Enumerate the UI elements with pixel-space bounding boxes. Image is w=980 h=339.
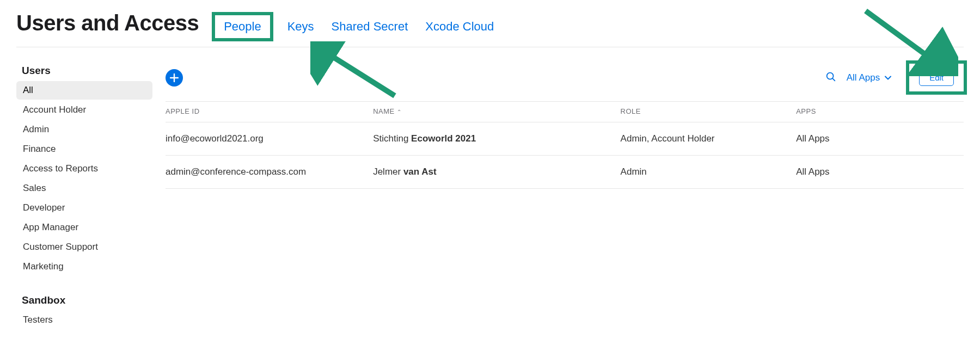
cell-apps: All Apps (796, 156, 964, 189)
sidebar-item-developer[interactable]: Developer (16, 199, 152, 217)
cell-role: Admin, Account Holder (621, 122, 797, 156)
sidebar-heading-users: Users (16, 65, 152, 77)
tab-people[interactable]: People (223, 17, 262, 36)
tab-xcode-cloud[interactable]: Xcode Cloud (424, 17, 495, 36)
add-user-button[interactable] (166, 69, 183, 87)
sidebar-item-app-manager[interactable]: App Manager (16, 218, 152, 237)
table-row[interactable]: admin@conference-compass.com Jelmer van … (166, 156, 964, 189)
plus-icon (170, 73, 179, 82)
sidebar-item-sales[interactable]: Sales (16, 179, 152, 198)
sort-ascending-icon: ⌃ (397, 109, 402, 115)
sidebar-item-finance[interactable]: Finance (16, 140, 152, 158)
sidebar-heading-sandbox: Sandbox (16, 294, 152, 306)
col-header-name-label: NAME (373, 107, 395, 115)
tab-keys[interactable]: Keys (286, 17, 315, 36)
annotation-highlight-edit: Edit (906, 60, 967, 95)
col-header-name[interactable]: NAME⌃ (373, 102, 620, 122)
cell-role: Admin (621, 156, 797, 189)
tab-shared-secret[interactable]: Shared Secret (330, 17, 409, 36)
col-header-role[interactable]: ROLE (621, 102, 797, 122)
cell-name: Stichting Ecoworld 2021 (373, 122, 620, 156)
col-header-apps[interactable]: APPS (796, 102, 964, 122)
tab-bar: People Keys Shared Secret Xcode Cloud (214, 16, 495, 37)
sidebar-item-all[interactable]: All (16, 81, 152, 100)
sidebar-item-admin[interactable]: Admin (16, 120, 152, 139)
search-icon[interactable] (825, 71, 837, 85)
sidebar-item-marketing[interactable]: Marketing (16, 257, 152, 276)
main-content: All Apps Edit APPLE ID NAME⌃ ROLE APPS (166, 65, 964, 189)
sidebar-item-testers[interactable]: Testers (16, 311, 152, 329)
col-header-apple-id[interactable]: APPLE ID (166, 102, 373, 122)
edit-button[interactable]: Edit (919, 69, 954, 86)
annotation-highlight-people: People (212, 12, 273, 41)
chevron-down-icon (884, 74, 892, 82)
cell-name: Jelmer van Ast (373, 156, 620, 189)
cell-apple-id: admin@conference-compass.com (166, 156, 373, 189)
sidebar-item-access-to-reports[interactable]: Access to Reports (16, 159, 152, 178)
apps-filter-dropdown[interactable]: All Apps (847, 72, 892, 83)
cell-apple-id: info@ecoworld2021.org (166, 122, 373, 156)
users-table: APPLE ID NAME⌃ ROLE APPS info@ecoworld20… (166, 101, 964, 189)
sidebar-item-account-holder[interactable]: Account Holder (16, 101, 152, 119)
apps-filter-label: All Apps (847, 72, 880, 83)
cell-apps: All Apps (796, 122, 964, 156)
sidebar: Users All Account Holder Admin Finance A… (16, 65, 152, 330)
table-row[interactable]: info@ecoworld2021.org Stichting Ecoworld… (166, 122, 964, 156)
sidebar-item-customer-support[interactable]: Customer Support (16, 238, 152, 256)
page-title: Users and Access (16, 11, 199, 35)
